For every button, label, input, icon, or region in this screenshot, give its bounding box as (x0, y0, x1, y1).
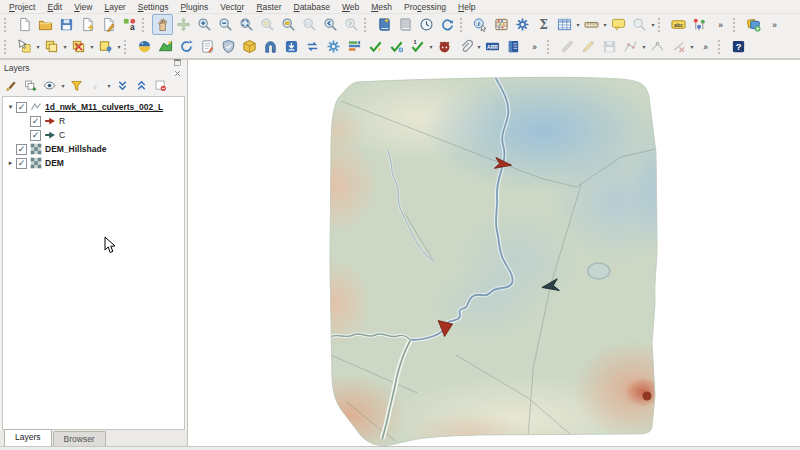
project-open-button[interactable] (35, 14, 56, 35)
open-attribute-table-button[interactable] (554, 14, 575, 35)
toolbar-handle[interactable] (658, 18, 665, 32)
nominatim-search-button[interactable] (629, 14, 650, 35)
increment-selected-layer-button[interactable] (155, 36, 176, 57)
menu-edit[interactable]: Edit (42, 1, 67, 13)
menu-database[interactable]: Database (288, 1, 334, 13)
project-save-button[interactable] (56, 14, 77, 35)
load-tuflow-results-button[interactable] (281, 36, 302, 57)
menu-web[interactable]: Web (337, 1, 364, 13)
layout-manager-button[interactable] (98, 14, 119, 35)
select-by-expression-button[interactable] (95, 36, 116, 57)
panel-tab-layers[interactable]: Layers (4, 429, 52, 446)
tuflow-utilities-button[interactable] (344, 36, 365, 57)
layer-row-r[interactable]: ✓R (3, 114, 184, 128)
select-features-button[interactable] (14, 36, 35, 57)
expand-all-button[interactable] (114, 77, 131, 94)
statistical-summary-button[interactable]: Σ (533, 14, 554, 35)
toolbar-handle[interactable] (547, 40, 554, 54)
new-print-layout-button[interactable] (77, 14, 98, 35)
delete-selected-button[interactable] (668, 36, 689, 57)
project-new-button[interactable] (14, 14, 35, 35)
deselect-features-button[interactable] (68, 36, 89, 57)
style-manager-button[interactable]: a (119, 14, 140, 35)
menu-project[interactable]: Project (4, 1, 40, 13)
layer-row-c[interactable]: ✓C (3, 128, 184, 142)
processing-toolbox-button[interactable] (512, 14, 533, 35)
zoom-to-layer-button[interactable] (278, 14, 299, 35)
layer-checkbox[interactable]: ✓ (16, 102, 27, 113)
toggle-editing-button[interactable] (578, 36, 599, 57)
data-source-manager-button[interactable] (743, 14, 764, 35)
collapse-all-button[interactable] (133, 77, 150, 94)
vertex-tool-button[interactable] (647, 36, 668, 57)
pan-map-button[interactable] (152, 14, 173, 35)
layer-diagram-button[interactable] (689, 14, 710, 35)
current-edits-button[interactable] (557, 36, 578, 57)
temporal-controller-button[interactable] (416, 14, 437, 35)
toolbar-handle[interactable] (4, 18, 11, 32)
toolbar-handle[interactable] (142, 18, 149, 32)
toolbar-handle[interactable] (4, 40, 11, 54)
tuflow-viewer-button[interactable] (434, 36, 455, 57)
new-spatial-bookmark-button[interactable] (374, 14, 395, 35)
layer-checkbox[interactable]: ✓ (16, 144, 27, 155)
layer-label[interactable]: R (59, 116, 65, 126)
layer-label[interactable]: DEM (45, 158, 64, 168)
panel-tab-browser[interactable]: Browser (53, 431, 106, 446)
layer-expander[interactable]: ▸ (6, 159, 15, 167)
menu-layer[interactable]: Layer (99, 1, 130, 13)
toolbar-handle[interactable] (364, 18, 371, 32)
field-calculator-button[interactable] (491, 14, 512, 35)
manage-map-themes-dropdown[interactable]: ▾ (60, 82, 66, 89)
filter-by-expression-button[interactable]: ε (87, 77, 104, 94)
toolbar-overflow-1[interactable]: » (710, 14, 731, 35)
toolbar-handle[interactable] (718, 40, 725, 54)
map-tips-button[interactable] (608, 14, 629, 35)
python-console-button[interactable] (134, 36, 155, 57)
attachments-button[interactable] (455, 36, 476, 57)
toolbar-overflow-3[interactable]: » (524, 36, 545, 57)
menu-view[interactable]: View (69, 1, 97, 13)
menu-help[interactable]: Help (453, 1, 480, 13)
package-model-button[interactable] (239, 36, 260, 57)
save-layer-edits-button[interactable] (599, 36, 620, 57)
map-canvas[interactable] (188, 60, 800, 446)
refresh-map-button[interactable] (437, 14, 458, 35)
menu-plugins[interactable]: Plugins (175, 1, 213, 13)
layer-row-dem-hillshade[interactable]: ✓DEM_Hillshade (3, 142, 184, 156)
zoom-full-extent-button[interactable] (236, 14, 257, 35)
toolbar-handle[interactable] (460, 18, 467, 32)
add-group-button[interactable] (22, 77, 39, 94)
view-simulation-log-button[interactable] (503, 36, 524, 57)
zoom-native-button[interactable]: 1:1 (299, 14, 320, 35)
zoom-next-button[interactable] (341, 14, 362, 35)
layer-label[interactable]: C (59, 130, 65, 140)
help-button[interactable]: ? (728, 36, 749, 57)
open-layer-styling-button[interactable] (3, 77, 20, 94)
select-features-by-value-button[interactable] (41, 36, 62, 57)
manage-map-themes-button[interactable] (41, 77, 58, 94)
layer-checkbox[interactable]: ✓ (16, 158, 27, 169)
toolbar-handle[interactable] (733, 18, 740, 32)
menu-settings[interactable]: Settings (133, 1, 174, 13)
layer-labeling-button[interactable]: abc (668, 14, 689, 35)
filter-legend-button[interactable] (68, 77, 85, 94)
menu-processing[interactable]: Processing (399, 1, 451, 13)
layer-expander[interactable]: ▾ (6, 103, 15, 111)
select-by-expression-dropdown[interactable]: ▾ (116, 43, 122, 50)
configure-tuflow-project-button[interactable] (218, 36, 239, 57)
toolbar-overflow-2[interactable]: » (764, 14, 785, 35)
filter-by-expression-dropdown[interactable]: ▾ (106, 82, 112, 89)
layer-row-dem[interactable]: ▸✓DEM (3, 156, 184, 170)
arr-to-tuflow-button[interactable]: ARR (482, 36, 503, 57)
1d-integrity-check-button[interactable] (365, 36, 386, 57)
nominatim-search-dropdown[interactable]: ▾ (650, 21, 656, 28)
show-spatial-bookmarks-button[interactable] (395, 14, 416, 35)
menu-raster[interactable]: Raster (251, 1, 286, 13)
measure-line-button[interactable] (581, 14, 602, 35)
reload-data-button[interactable] (176, 36, 197, 57)
pan-to-selection-button[interactable] (173, 14, 194, 35)
menu-mesh[interactable]: Mesh (366, 1, 397, 13)
zoom-out-button[interactable] (215, 14, 236, 35)
2d-integrity-check-button[interactable] (386, 36, 407, 57)
